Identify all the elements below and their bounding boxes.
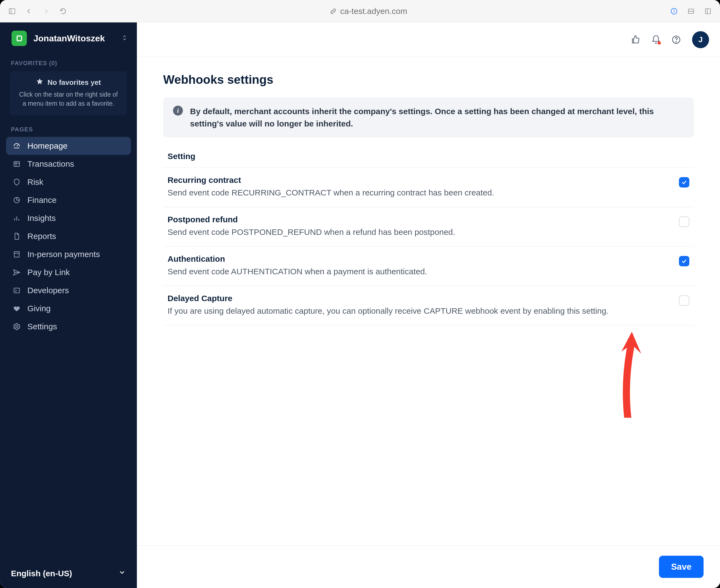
setting-title: Recurring contract [168, 175, 668, 185]
terminal-icon [12, 286, 21, 295]
language-switcher[interactable]: English (en-US) [0, 561, 137, 588]
gauge-icon [12, 141, 21, 151]
notifications-icon[interactable] [650, 34, 662, 46]
svg-rect-17 [14, 288, 19, 293]
settings-column-header: Setting [163, 145, 694, 168]
notification-dot-icon [658, 41, 661, 45]
sidebar-item-label: Developers [27, 286, 69, 295]
file-icon [12, 232, 21, 241]
setting-row: AuthenticationSend event code AUTHENTICA… [163, 247, 694, 286]
sidebar-item-label: Giving [27, 304, 51, 313]
sidebar-item-label: Finance [27, 195, 57, 205]
back-icon[interactable] [24, 6, 35, 17]
account-name: JonatanWitoszek [34, 34, 114, 44]
browser-chrome: ca-test.adyen.com [0, 0, 720, 22]
gear-icon [12, 322, 21, 331]
sidebar-item-giving[interactable]: Giving [6, 299, 131, 318]
sidebar-item-label: Pay by Link [27, 268, 70, 277]
avatar-initial: J [698, 35, 703, 44]
setting-title: Postponed refund [168, 215, 668, 224]
svg-point-20 [676, 41, 676, 42]
doughnut-icon [12, 195, 21, 205]
favorites-label: FAVORITES (0) [0, 54, 137, 69]
sidebar-item-label: Transactions [27, 159, 74, 169]
sidebar: JonatanWitoszek FAVORITES (0) No favorit… [0, 22, 137, 588]
setting-title: Authentication [168, 254, 668, 264]
topbar: J [137, 22, 720, 57]
sidebar-item-insights[interactable]: Insights [6, 209, 131, 227]
main: J Webhooks settings i By default, mercha… [137, 22, 720, 588]
setting-title: Delayed Capture [168, 294, 668, 303]
setting-checkbox[interactable] [679, 256, 689, 266]
sidebar-item-reports[interactable]: Reports [6, 227, 131, 245]
sidebar-toggle-icon[interactable] [6, 6, 18, 17]
settings-table: Setting Recurring contractSend event cod… [163, 145, 694, 326]
page-title: Webhooks settings [163, 73, 694, 86]
svg-point-4 [674, 9, 674, 10]
setting-checkbox[interactable] [679, 216, 689, 227]
language-label: English (en-US) [11, 569, 72, 578]
setting-description: Send event code AUTHENTICATION when a pa… [168, 265, 668, 278]
setting-description: Send event code RECURRING_CONTRACT when … [168, 186, 668, 199]
info-text: By default, merchant accounts inherit th… [190, 105, 684, 130]
forward-icon[interactable] [41, 6, 51, 17]
sidebar-item-risk[interactable]: Risk [6, 173, 131, 191]
setting-checkbox[interactable] [679, 177, 689, 188]
favorites-empty-card: No favorites yet Click on the star on th… [10, 71, 127, 115]
sidebar-item-label: In-person payments [27, 250, 100, 259]
url-bar[interactable]: ca-test.adyen.com [330, 6, 407, 16]
responsive-icon[interactable] [685, 6, 696, 17]
sidebar-item-label: Homepage [27, 141, 68, 151]
star-icon [36, 78, 44, 87]
store-icon [12, 250, 21, 259]
heart-icon [12, 304, 21, 313]
sidebar-item-settings[interactable]: Settings [6, 318, 131, 336]
svg-rect-9 [14, 162, 19, 166]
sidebar-item-label: Reports [27, 232, 56, 241]
sidebar-item-transactions[interactable]: Transactions [6, 155, 131, 173]
annotation-arrow-icon [613, 330, 643, 418]
info-icon: i [173, 106, 183, 115]
setting-description: If you are using delayed automatic captu… [168, 305, 668, 317]
sidebar-item-developers[interactable]: Developers [6, 281, 131, 299]
favorites-empty-title: No favorites yet [47, 78, 101, 87]
bars-icon [12, 213, 21, 223]
table-icon [12, 159, 21, 169]
shield-icon [12, 177, 21, 187]
sidebar-item-finance[interactable]: Finance [6, 191, 131, 209]
nav: HomepageTransactionsRiskFinanceInsightsR… [0, 135, 137, 337]
pages-label: PAGES [0, 121, 137, 135]
reload-icon[interactable] [58, 6, 68, 17]
info-banner: i By default, merchant accounts inherit … [163, 98, 694, 138]
sidebar-item-label: Insights [27, 213, 56, 223]
content: Webhooks settings i By default, merchant… [137, 57, 720, 545]
account-switcher[interactable]: JonatanWitoszek [0, 22, 137, 54]
setting-description: Send event code POSTPONED_REFUND when a … [168, 226, 668, 238]
help-icon[interactable] [670, 34, 682, 46]
info-icon[interactable] [669, 6, 679, 17]
sidebar-item-homepage[interactable]: Homepage [6, 137, 131, 155]
svg-rect-0 [9, 8, 15, 14]
svg-point-18 [16, 326, 18, 328]
setting-row: Recurring contractSend event code RECURR… [163, 168, 694, 207]
footer: Save [137, 545, 720, 588]
setting-checkbox[interactable] [679, 295, 689, 306]
setting-row: Delayed CaptureIf you are using delayed … [163, 286, 694, 326]
favorites-empty-sub: Click on the star on the right side of a… [18, 90, 119, 108]
avatar[interactable]: J [692, 31, 709, 48]
sidebar-item-label: Settings [27, 322, 57, 331]
sidebar-item-paybylink[interactable]: Pay by Link [6, 263, 131, 281]
thumbs-up-icon[interactable] [630, 34, 642, 46]
chevron-updown-icon [121, 34, 128, 42]
chevron-down-icon [118, 569, 126, 578]
sidebar-item-label: Risk [27, 177, 43, 187]
sidebar-item-in-person[interactable]: In-person payments [6, 245, 131, 263]
tabs-icon[interactable] [702, 6, 714, 17]
url-text: ca-test.adyen.com [340, 6, 407, 16]
svg-rect-7 [705, 8, 711, 14]
save-button[interactable]: Save [659, 556, 703, 578]
app-logo-icon [12, 31, 27, 46]
setting-row: Postponed refundSend event code POSTPONE… [163, 207, 694, 247]
send-icon [12, 268, 21, 277]
